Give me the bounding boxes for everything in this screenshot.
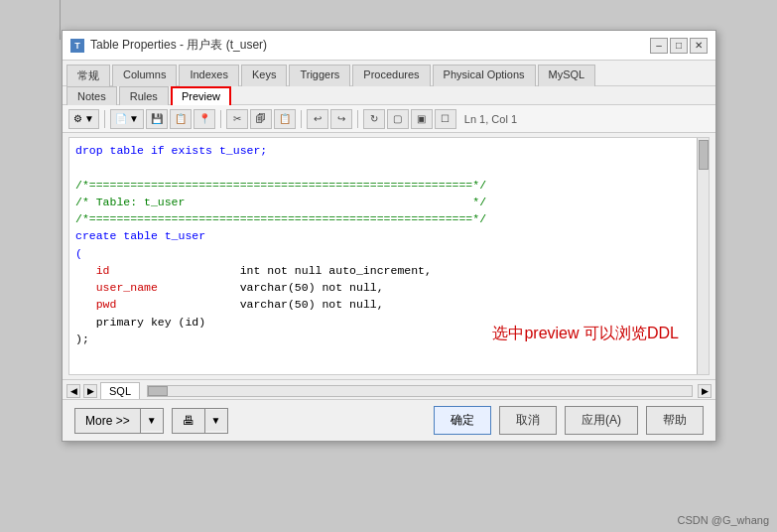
tab-mysql[interactable]: MySQL	[538, 65, 596, 86]
window-controls: – □ ✕	[650, 38, 708, 54]
minimize-button[interactable]: –	[650, 38, 668, 54]
tab-general[interactable]: 常规	[66, 65, 110, 86]
editor-content[interactable]: drop table if exists t_user; /*=========…	[69, 138, 709, 374]
help-button[interactable]: 帮助	[646, 406, 704, 435]
toolbar-separator-1	[104, 110, 105, 128]
toolbar-redo-button[interactable]: ↪	[330, 109, 352, 129]
tab-bar-row2: Notes Rules Preview	[63, 86, 715, 105]
ln-col-indicator: Ln 1, Col 1	[464, 113, 517, 125]
bottom-tab-bar: ◀ ▶ SQL ▶	[63, 379, 715, 399]
code-editor[interactable]: drop table if exists t_user; /*=========…	[68, 137, 710, 375]
close-button[interactable]: ✕	[690, 38, 708, 54]
toolbar-dropdown-1[interactable]: ⚙ ▼	[68, 109, 99, 129]
tab-physical-options[interactable]: Physical Options	[433, 65, 536, 86]
main-window: T Table Properties - 用户表 (t_user) – □ ✕ …	[62, 30, 716, 442]
tab-rules[interactable]: Rules	[119, 86, 169, 105]
more-button[interactable]: More >>	[75, 409, 141, 433]
title-bar: T Table Properties - 用户表 (t_user) – □ ✕	[63, 31, 715, 61]
toolbar-button-7[interactable]: ☐	[435, 109, 456, 129]
cancel-button[interactable]: 取消	[499, 406, 557, 435]
dropdown-arrow-1: ▼	[84, 113, 94, 124]
corner-button[interactable]: ▶	[698, 384, 712, 398]
toolbar-cut-button[interactable]: ✂	[226, 109, 248, 129]
toolbar-undo-button[interactable]: ↩	[307, 109, 328, 129]
toolbar-button-6[interactable]: ▣	[411, 109, 433, 129]
h-scrollbar-thumb[interactable]	[148, 386, 168, 396]
maximize-button[interactable]: □	[670, 38, 688, 54]
print-button-group[interactable]: 🖶 ▼	[172, 408, 228, 434]
vertical-scrollbar[interactable]	[697, 138, 709, 374]
button-bar: More >> ▼ 🖶 ▼ 确定 取消 应用(A) 帮助	[63, 399, 715, 441]
tab-preview[interactable]: Preview	[171, 86, 231, 105]
toolbar-dropdown-2[interactable]: 📄 ▼	[110, 109, 144, 129]
dropdown-arrow-2: ▼	[129, 113, 139, 124]
tab-triggers[interactable]: Triggers	[289, 65, 350, 86]
toolbar-separator-3	[301, 110, 302, 128]
sql-tab[interactable]: SQL	[100, 382, 140, 399]
toolbar-separator-2	[220, 110, 221, 128]
confirm-button[interactable]: 确定	[434, 406, 491, 435]
toolbar-button-5[interactable]: ▢	[387, 109, 409, 129]
tab-bar-row1: 常规 Columns Indexes Keys Triggers Procedu…	[63, 61, 715, 86]
more-arrow[interactable]: ▼	[141, 410, 163, 431]
nav-next-button[interactable]: ▶	[83, 384, 97, 398]
editor-toolbar: ⚙ ▼ 📄 ▼ 💾 📋 📍 ✂ 🗐 📋 ↩ ↪ ↻ ▢ ▣ ☐ Ln 1, Co…	[63, 105, 715, 133]
toolbar-separator-4	[357, 110, 358, 128]
print-icon[interactable]: 🖶	[173, 409, 205, 433]
watermark: CSDN @G_whang	[678, 514, 769, 526]
window-icon: T	[70, 39, 84, 53]
toolbar-copy-button[interactable]: 🗐	[250, 109, 272, 129]
toolbar-save-button[interactable]: 💾	[146, 109, 168, 129]
toolbar-paste-button[interactable]: 📋	[274, 109, 296, 129]
apply-button[interactable]: 应用(A)	[565, 406, 638, 435]
more-button-group[interactable]: More >> ▼	[74, 408, 164, 434]
tab-indexes[interactable]: Indexes	[179, 65, 239, 86]
dropdown-icon-2: 📄	[115, 113, 127, 124]
horizontal-scrollbar[interactable]	[147, 385, 693, 397]
tab-notes[interactable]: Notes	[66, 86, 117, 105]
scrollbar-thumb[interactable]	[699, 140, 709, 170]
dropdown-icon-1: ⚙	[73, 113, 82, 124]
tab-keys[interactable]: Keys	[241, 65, 287, 86]
nav-prev-button[interactable]: ◀	[66, 384, 80, 398]
window-title: Table Properties - 用户表 (t_user)	[90, 37, 267, 54]
tab-columns[interactable]: Columns	[112, 65, 177, 86]
print-arrow[interactable]: ▼	[205, 410, 227, 431]
toolbar-refresh-button[interactable]: ↻	[363, 109, 385, 129]
toolbar-button-4[interactable]: 📍	[194, 109, 215, 129]
toolbar-button-3[interactable]: 📋	[170, 109, 192, 129]
tab-procedures[interactable]: Procedures	[352, 65, 430, 86]
